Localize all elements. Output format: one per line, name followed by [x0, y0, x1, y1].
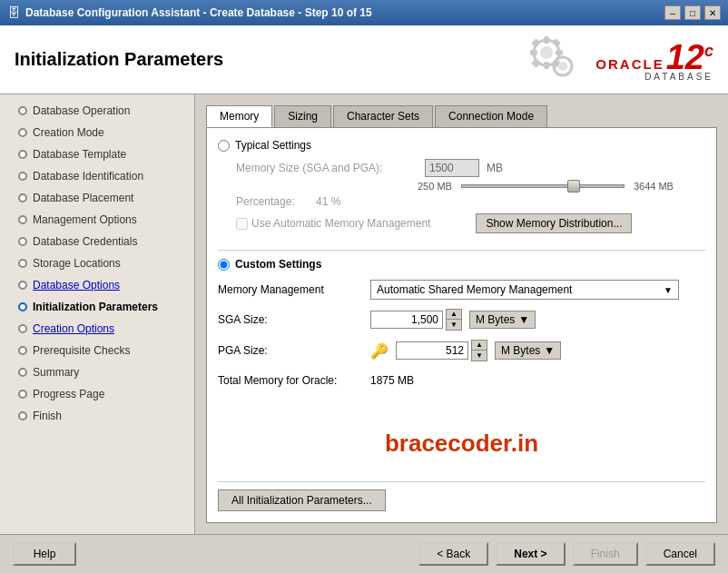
sidebar-item-creation-mode[interactable]: Creation Mode [0, 122, 194, 143]
percentage-value: 41 % [316, 195, 340, 208]
sidebar-label: Database Operation [33, 104, 130, 117]
memory-size-label: Memory Size (SGA and PGA): [236, 162, 418, 174]
next-button[interactable]: Next > [496, 542, 565, 566]
tab-sizing[interactable]: Sizing [274, 105, 331, 127]
slider-max-label: 3644 MB [634, 181, 674, 192]
sidebar-item-creation-options[interactable]: Creation Options [0, 318, 194, 340]
sidebar-item-database-options[interactable]: Database Options [0, 274, 194, 296]
pga-spinner: ▲ ▼ [396, 340, 487, 361]
sidebar-dot [18, 128, 27, 137]
pga-unit-dropdown[interactable]: M Bytes ▼ [495, 341, 561, 360]
pga-size-label: PGA Size: [218, 344, 363, 357]
sidebar-item-database-template[interactable]: Database Template [0, 143, 194, 165]
sidebar-label: Creation Options [33, 322, 114, 335]
all-init-params-button[interactable]: All Initialization Parameters... [218, 489, 386, 511]
pga-input[interactable] [396, 341, 468, 360]
sidebar-label: Prerequisite Checks [33, 344, 130, 357]
total-memory-label: Total Memory for Oracle: [218, 374, 363, 387]
svg-rect-8 [552, 38, 561, 47]
window-title: Database Configuration Assistant - Creat… [25, 6, 372, 19]
title-bar: 🗄 Database Configuration Assistant - Cre… [0, 0, 728, 25]
sidebar-item-storage-locations[interactable]: Storage Locations [0, 252, 194, 274]
sidebar-dot [18, 106, 27, 115]
sidebar-dot [18, 237, 27, 246]
memory-management-dropdown[interactable]: Automatic Shared Memory Management ▼ [370, 280, 679, 300]
sidebar-item-database-identification[interactable]: Database Identification [0, 165, 194, 187]
sidebar-label: Database Options [33, 279, 120, 291]
sga-unit-dropdown[interactable]: M Bytes ▼ [469, 311, 536, 329]
sidebar-dot [18, 324, 27, 333]
tab-character-sets[interactable]: Character Sets [333, 105, 433, 127]
help-button[interactable]: Help [13, 542, 76, 566]
divider [218, 250, 705, 251]
sidebar-dot [18, 172, 27, 181]
pga-decrement-button[interactable]: ▼ [472, 351, 487, 361]
sga-unit-arrow: ▼ [518, 313, 529, 326]
sidebar-dot [18, 150, 27, 159]
svg-rect-5 [556, 50, 563, 55]
pga-unit-arrow: ▼ [544, 344, 555, 357]
show-memory-distribution-button[interactable]: Show Memory Distribution... [476, 213, 632, 233]
sidebar-item-management-options[interactable]: Management Options [0, 209, 194, 231]
header: Initialization Parameters ORACLE [0, 25, 728, 94]
app-icon: 🗄 [7, 5, 20, 20]
sidebar-item-summary[interactable]: Summary [0, 361, 194, 383]
sidebar-label: Initialization Parameters [33, 301, 158, 313]
sidebar-dot [18, 281, 27, 290]
svg-rect-2 [544, 36, 549, 44]
page-title: Initialization Parameters [15, 49, 223, 70]
typical-settings-label: Typical Settings [235, 139, 311, 152]
finish-button[interactable]: Finish [573, 542, 638, 566]
maximize-button[interactable]: □ [684, 5, 701, 20]
use-automatic-label: Use Automatic Memory Management [251, 217, 430, 230]
svg-rect-6 [531, 38, 540, 47]
sidebar: Database Operation Creation Mode Databas… [0, 94, 195, 534]
sga-input[interactable] [370, 311, 443, 329]
sidebar-item-database-operation[interactable]: Database Operation [0, 100, 194, 122]
back-button[interactable]: < Back [418, 542, 488, 566]
sidebar-label: Database Identification [33, 170, 143, 183]
typical-settings-radio[interactable] [218, 140, 230, 152]
sga-increment-button[interactable]: ▲ [447, 310, 461, 320]
pga-size-row: PGA Size: 🔑 ▲ ▼ M Bytes ▼ [218, 340, 705, 361]
sidebar-item-initialization-parameters[interactable]: Initialization Parameters [0, 296, 194, 318]
svg-rect-4 [530, 50, 537, 55]
footer-nav-buttons: < Back Next > Finish Cancel [418, 542, 715, 566]
custom-settings-radio[interactable] [218, 259, 230, 271]
sidebar-dot [18, 259, 27, 268]
tab-memory[interactable]: Memory [206, 105, 272, 127]
pga-increment-button[interactable]: ▲ [472, 341, 487, 351]
memory-management-row: Memory Management Automatic Shared Memor… [218, 280, 705, 300]
pga-unit-label: M Bytes [501, 344, 540, 357]
sidebar-label: Database Template [33, 148, 126, 161]
sidebar-dot [18, 411, 27, 420]
main-panel: Memory Sizing Character Sets Connection … [195, 94, 728, 534]
use-automatic-memory-checkbox [236, 218, 248, 230]
minimize-button[interactable]: – [664, 5, 681, 20]
pga-hint-icon[interactable]: 🔑 [370, 342, 389, 360]
sidebar-item-database-placement[interactable]: Database Placement [0, 187, 194, 209]
slider-thumb[interactable] [567, 180, 580, 193]
sidebar-label: Database Credentials [33, 235, 137, 248]
content-area: Database Operation Creation Mode Databas… [0, 94, 728, 534]
sidebar-item-database-credentials[interactable]: Database Credentials [0, 231, 194, 252]
sga-unit-label: M Bytes [476, 313, 515, 326]
sidebar-label: Creation Mode [33, 126, 104, 139]
sidebar-label: Progress Page [33, 388, 104, 400]
gear-icon [528, 35, 583, 84]
sga-spinner: ▲ ▼ [370, 309, 462, 331]
watermark: bracecoder.in [218, 414, 705, 472]
sidebar-item-finish[interactable]: Finish [0, 405, 194, 427]
memory-management-value: Automatic Shared Memory Management [377, 283, 572, 296]
footer: Help < Back Next > Finish Cancel [0, 534, 728, 573]
sga-spinner-buttons: ▲ ▼ [446, 309, 462, 331]
slider-min-label: 250 MB [418, 181, 452, 192]
custom-settings-label: Custom Settings [235, 258, 321, 271]
memory-management-label: Memory Management [218, 283, 363, 296]
sidebar-item-prerequisite-checks[interactable]: Prerequisite Checks [0, 340, 194, 361]
sga-decrement-button[interactable]: ▼ [447, 320, 461, 330]
sidebar-item-progress-page[interactable]: Progress Page [0, 383, 194, 405]
tab-connection-mode[interactable]: Connection Mode [435, 105, 547, 127]
cancel-button[interactable]: Cancel [645, 542, 715, 566]
close-button[interactable]: ✕ [704, 5, 721, 20]
